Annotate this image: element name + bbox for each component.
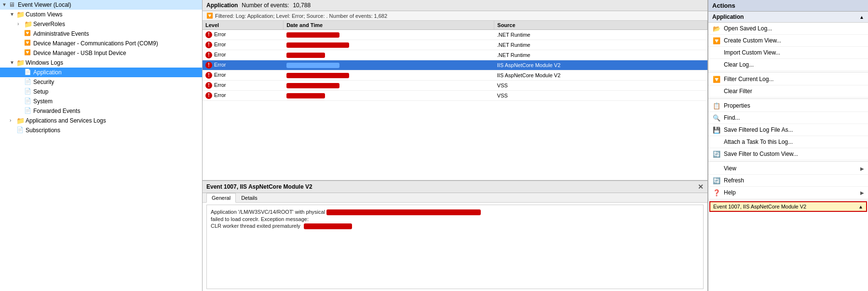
clear-filter-icon	[712, 87, 721, 96]
action-item-clear-log[interactable]: Clear Log...	[708, 59, 868, 71]
redacted-bar	[286, 42, 349, 48]
level-cell: !Error	[203, 50, 284, 60]
tree-item-app-services[interactable]: › 📁 Applications and Services Logs	[0, 116, 202, 125]
detail-text-line-1: Application '/LM/W3SVC/14/ROOT' with phy…	[211, 209, 699, 215]
action-item-filter-current-log[interactable]: 🔽 Filter Current Log...	[708, 73, 868, 85]
expand-arrow	[17, 69, 23, 75]
action-item-save-filtered-log[interactable]: 💾 Save Filtered Log File As...	[708, 124, 868, 136]
level-cell: !Error	[203, 91, 284, 101]
action-item-view[interactable]: View ▶	[708, 163, 868, 175]
action-bottom-event[interactable]: Event 1007, IIS AspNetCore Module V2 ▲	[709, 201, 867, 212]
action-separator	[708, 72, 868, 72]
table-row[interactable]: !Error VSS	[203, 91, 707, 101]
error-icon: !	[205, 62, 212, 69]
folder-icon: 📁	[16, 59, 24, 67]
redacted-bar	[286, 93, 325, 98]
action-item-save-filter[interactable]: 🔄 Save Filter to Custom View...	[708, 148, 868, 160]
level-cell: !Error	[203, 60, 284, 70]
action-item-create-custom-view[interactable]: 🔽 Create Custom View...	[708, 35, 868, 47]
redacted-bar	[286, 73, 349, 78]
folder-icon: 📁	[24, 20, 32, 28]
action-separator	[708, 161, 868, 162]
tree-item-server-roles[interactable]: › 📁 ServerRoles	[0, 19, 202, 29]
action-item-find[interactable]: 🔍 Find...	[708, 112, 868, 124]
create-view-icon: 🔽	[712, 36, 721, 45]
error-icon: !	[205, 31, 212, 38]
tree-item-application[interactable]: 📄 Application	[0, 68, 202, 77]
bottom-expand-icon: ▲	[858, 204, 863, 209]
tree-label-subscriptions: Subscriptions	[26, 127, 60, 134]
close-button[interactable]: ✕	[698, 183, 704, 191]
expand-arrow	[17, 31, 23, 37]
tree-item-system[interactable]: 📄 System	[0, 97, 202, 106]
find-icon: 🔍	[712, 113, 721, 122]
log-icon: 📄	[24, 88, 32, 96]
action-label: Save Filter to Custom View...	[724, 151, 798, 157]
source-cell: .NET Runtime	[494, 30, 707, 40]
action-item-open-saved-log[interactable]: 📂 Open Saved Log...	[708, 23, 868, 35]
tree-item-forwarded[interactable]: 📄 Forwarded Events	[0, 106, 202, 116]
table-row[interactable]: !Error .NET Runtime	[203, 30, 707, 40]
center-header: Application Number of events: 10,788	[203, 0, 707, 11]
tree-item-windows-logs[interactable]: ▼ 📁 Windows Logs	[0, 58, 202, 68]
tree-item-setup[interactable]: 📄 Setup	[0, 87, 202, 97]
tree-item-admin-events[interactable]: 🔽 Administrative Events	[0, 29, 202, 39]
bottom-event-label: Event 1007, IIS AspNetCore Module V2	[713, 204, 806, 209]
error-icon: !	[205, 72, 212, 79]
events-table[interactable]: Level Date and Time Source !Error .NET R…	[203, 21, 707, 180]
log-icon: 📄	[24, 69, 32, 76]
source-cell: VSS	[494, 81, 707, 91]
filter-bar: 🔽 Filtered: Log: Application; Level: Err…	[203, 11, 707, 21]
tree-item-custom-views[interactable]: ▼ 📁 Custom Views	[0, 10, 202, 19]
tree-item-security[interactable]: 📄 Security	[0, 77, 202, 87]
error-icon: !	[205, 52, 212, 58]
tree-item-device-usb[interactable]: 🔽 Device Manager - USB Input Device	[0, 48, 202, 58]
tab-details[interactable]: Details	[236, 193, 263, 203]
detail-content: Application '/LM/W3SVC/14/ROOT' with phy…	[206, 205, 704, 289]
action-item-refresh[interactable]: 🔄 Refresh	[708, 175, 868, 187]
table-row[interactable]: !Error VSS	[203, 81, 707, 91]
tree-label-root: Event Viewer (Local)	[18, 1, 71, 8]
redacted-bar	[286, 32, 339, 38]
action-item-attach-task[interactable]: Attach a Task To this Log...	[708, 136, 868, 148]
expand-arrow: ›	[10, 118, 15, 124]
source-cell: IIS AspNetCore Module V2	[494, 70, 707, 81]
datetime-cell	[284, 50, 494, 60]
tab-general[interactable]: General	[206, 193, 236, 203]
log-icon: 📄	[24, 97, 32, 105]
source-cell: .NET Runtime	[494, 50, 707, 60]
submenu-arrow-icon: ▶	[860, 166, 864, 171]
action-label: Help	[724, 189, 736, 196]
action-item-import-custom-view[interactable]: Import Custom View...	[708, 47, 868, 59]
tree-item-device-com[interactable]: 🔽 Device Manager - Communications Port (…	[0, 39, 202, 48]
tree-item-root[interactable]: ▼ 🖥 Event Viewer (Local)	[0, 0, 202, 10]
table-row[interactable]: !Error IIS AspNetCore Module V2	[203, 70, 707, 81]
action-item-properties[interactable]: 📋 Properties	[708, 100, 868, 112]
log-icon: 📄	[24, 107, 32, 115]
error-icon: !	[205, 42, 212, 48]
action-item-help[interactable]: ❓ Help ▶	[708, 187, 868, 199]
filter-icon: 🔽	[712, 75, 721, 83]
expand-arrow: ›	[17, 21, 23, 27]
tree-label-device-com: Device Manager - Communications Port (CO…	[33, 40, 158, 47]
log-name: Application	[206, 2, 238, 9]
folder-icon: 📁	[16, 117, 24, 125]
actions-section-label: Application	[712, 14, 744, 20]
action-label: Import Custom View...	[724, 49, 780, 56]
level-cell: !Error	[203, 30, 284, 40]
source-cell: IIS AspNetCore Module V2	[494, 60, 707, 70]
table-row[interactable]: !Error .NET Runtime	[203, 40, 707, 50]
table-row-selected[interactable]: !Error IIS AspNetCore Module V2	[203, 60, 707, 70]
log-icon: 📄	[16, 126, 24, 134]
tree-item-subscriptions[interactable]: 📄 Subscriptions	[0, 125, 202, 135]
action-item-clear-filter[interactable]: Clear Filter	[708, 85, 868, 97]
tree-label-security: Security	[33, 79, 54, 85]
table-row[interactable]: !Error .NET Runtime	[203, 50, 707, 60]
detail-panel: Event 1007, IIS AspNetCore Module V2 ✕ G…	[203, 180, 707, 291]
col-datetime: Date and Time	[284, 21, 494, 30]
log-icon: 📄	[24, 78, 32, 86]
tree-label-forwarded: Forwarded Events	[33, 108, 80, 114]
datetime-cell	[284, 40, 494, 50]
save-filter-icon: 🔄	[712, 150, 721, 158]
collapse-arrow-icon[interactable]: ▲	[859, 14, 864, 20]
